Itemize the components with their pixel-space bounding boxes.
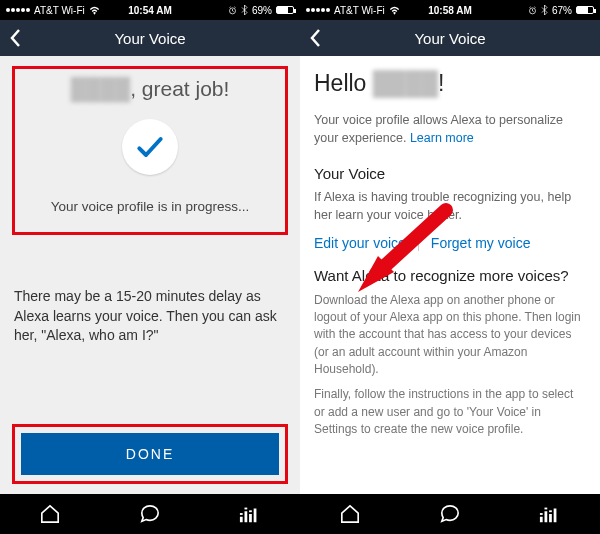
more-voices-heading: Want Alexa to recognize more voices? <box>314 267 586 284</box>
nav-bar-left: Your Voice <box>0 20 300 56</box>
svg-rect-7 <box>249 510 252 512</box>
svg-rect-10 <box>540 517 543 523</box>
chat-icon[interactable] <box>439 504 461 524</box>
phone-right-screen: AT&T Wi-Fi 10:58 AM 67% Your Voice Hello… <box>300 0 600 534</box>
link-divider <box>418 235 419 251</box>
status-bar-left: AT&T Wi-Fi 10:54 AM 69% <box>0 0 300 20</box>
more-voices-p1: Download the Alexa app on another phone … <box>314 292 586 379</box>
signal-dots-icon <box>6 8 30 12</box>
voice-links-row: Edit your voice Forget my voice <box>314 235 586 251</box>
nav-title: Your Voice <box>114 30 185 47</box>
svg-rect-1 <box>240 517 243 523</box>
battery-percent: 67% <box>552 5 572 16</box>
highlight-box-top: ████, great job! Your voice profile is i… <box>12 66 288 235</box>
delay-text: There may be a 15-20 minutes delay as Al… <box>12 287 288 346</box>
chat-icon[interactable] <box>139 504 161 524</box>
hello-heading: Hello ████! <box>314 70 586 97</box>
progress-text: Your voice profile is in progress... <box>19 199 281 214</box>
signal-dots-icon <box>306 8 330 12</box>
home-icon[interactable] <box>339 504 361 524</box>
learn-more-link[interactable]: Learn more <box>410 131 474 145</box>
home-icon[interactable] <box>39 504 61 524</box>
bluetooth-icon <box>241 5 248 15</box>
svg-rect-13 <box>554 509 557 523</box>
forget-voice-link[interactable]: Forget my voice <box>431 235 531 251</box>
alarm-icon <box>228 6 237 15</box>
clock-label: 10:54 AM <box>128 5 172 16</box>
carrier-label: AT&T Wi-Fi <box>334 5 385 16</box>
svg-rect-15 <box>545 508 548 510</box>
more-voices-p2: Finally, follow the instructions in the … <box>314 386 586 438</box>
equalizer-icon[interactable] <box>539 505 561 523</box>
svg-rect-4 <box>254 509 257 523</box>
wifi-icon <box>389 6 400 15</box>
svg-rect-2 <box>245 511 248 522</box>
edit-voice-link[interactable]: Edit your voice <box>314 235 406 251</box>
svg-rect-3 <box>249 514 252 522</box>
tab-bar-left <box>0 494 300 534</box>
svg-rect-12 <box>549 514 552 522</box>
tab-bar-right <box>300 494 600 534</box>
alarm-icon <box>528 6 537 15</box>
your-voice-heading: Your Voice <box>314 165 586 182</box>
check-icon <box>134 131 166 163</box>
svg-rect-6 <box>245 508 248 510</box>
back-icon[interactable] <box>8 28 22 48</box>
nav-title: Your Voice <box>414 30 485 47</box>
battery-icon <box>276 6 294 14</box>
clock-label: 10:58 AM <box>428 5 472 16</box>
battery-percent: 69% <box>252 5 272 16</box>
nav-bar-right: Your Voice <box>300 20 600 56</box>
bluetooth-icon <box>541 5 548 15</box>
back-icon[interactable] <box>308 28 322 48</box>
svg-rect-11 <box>545 511 548 522</box>
battery-icon <box>576 6 594 14</box>
phone-left-screen: AT&T Wi-Fi 10:54 AM 69% Your Voice ████,… <box>0 0 300 534</box>
masked-name: ████ <box>373 70 438 96</box>
highlight-box-bottom: DONE <box>12 424 288 484</box>
equalizer-icon[interactable] <box>239 505 261 523</box>
your-voice-body: If Alexa is having trouble recognizing y… <box>314 188 586 224</box>
checkmark-badge <box>122 119 178 175</box>
intro-text: Your voice profile allows Alexa to perso… <box>314 111 586 147</box>
status-bar-right: AT&T Wi-Fi 10:58 AM 67% <box>300 0 600 20</box>
svg-rect-14 <box>540 513 543 515</box>
svg-rect-5 <box>240 513 243 515</box>
carrier-label: AT&T Wi-Fi <box>34 5 85 16</box>
svg-rect-16 <box>549 510 552 512</box>
great-job-heading: ████, great job! <box>19 77 281 101</box>
wifi-icon <box>89 6 100 15</box>
masked-name: ████ <box>71 77 131 100</box>
done-button[interactable]: DONE <box>21 433 279 475</box>
